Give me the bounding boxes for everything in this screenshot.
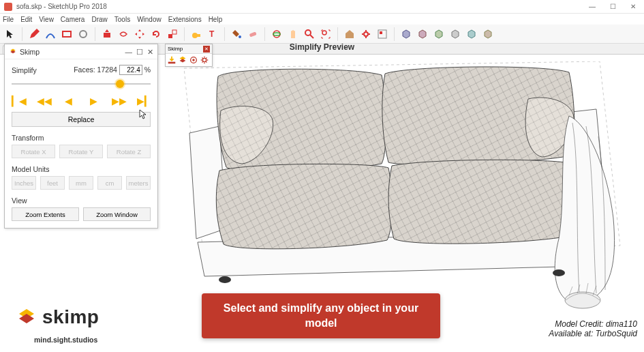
solid-tool5-button[interactable] [464, 27, 479, 42]
menu-bar: File Edit View Camera Draw Tools Window … [0, 14, 644, 25]
text-icon: T [207, 29, 218, 40]
layout-icon [377, 29, 388, 40]
arc-tool-button[interactable] [43, 27, 58, 42]
skimp-mini-toolbar: Skimp ✕ [165, 44, 213, 67]
solid-tool3-button[interactable] [431, 27, 446, 42]
stats-icon[interactable] [189, 55, 198, 65]
svg-point-11 [273, 31, 280, 38]
warehouse-icon [344, 29, 355, 40]
step-forward-button[interactable]: ▶ [87, 96, 100, 106]
zoom-icon [304, 29, 315, 40]
rotate-z-button: Rotate Z [107, 145, 151, 158]
scale-tool-button[interactable] [165, 27, 180, 42]
eraser-icon [247, 29, 258, 40]
menu-help[interactable]: Help [209, 16, 223, 23]
step-back-button[interactable]: ◀ [62, 96, 76, 106]
main-toolbar: T [0, 25, 644, 44]
scale-icon [167, 29, 178, 40]
tape-tool-button[interactable] [189, 27, 204, 42]
zoom-tool-button[interactable] [302, 27, 317, 42]
step-ffwd-button[interactable]: ▶▶ [112, 96, 125, 106]
arc-icon [45, 29, 56, 40]
view-label: View [12, 196, 151, 205]
panel-maximize-button[interactable]: ☐ [136, 48, 143, 56]
pushpull-tool-button[interactable] [99, 27, 114, 42]
faces-label: Faces: [74, 65, 95, 74]
toolbar-separator [264, 27, 265, 41]
replace-button[interactable]: Replace [12, 112, 151, 127]
pan-tool-button[interactable] [286, 27, 301, 42]
sofa-wireframe-render [177, 61, 627, 321]
import-icon[interactable] [167, 55, 177, 65]
panel-close-button[interactable]: ✕ [147, 48, 153, 56]
simplify-icon[interactable] [178, 55, 187, 65]
solid-tool4-button[interactable] [448, 27, 463, 42]
skimp-panel: Skimp — ☐ ✕ Simplify Faces: 17284 % ▎◀ ◀… [4, 44, 158, 229]
menu-camera[interactable]: Camera [61, 16, 85, 23]
zoom-window-button[interactable]: Zoom Window [83, 207, 151, 221]
text-tool-button[interactable]: T [205, 27, 220, 42]
toolbar-separator [394, 27, 395, 41]
eraser-tool-button[interactable] [245, 27, 260, 42]
paint-tool-button[interactable] [229, 27, 244, 42]
toolbar-separator [337, 27, 338, 41]
cube-icon [482, 29, 493, 40]
svg-rect-4 [168, 34, 172, 38]
select-tool-button[interactable] [3, 27, 18, 42]
solid-tool6-button[interactable] [480, 27, 495, 42]
svg-rect-1 [63, 31, 71, 37]
percent-input[interactable] [119, 65, 142, 75]
menu-file[interactable]: File [3, 16, 14, 23]
svg-rect-18 [380, 31, 382, 34]
offset-tool-button[interactable] [116, 27, 131, 42]
step-first-button[interactable]: ▎◀ [12, 96, 25, 106]
pushpull-icon [102, 29, 112, 40]
gear-icon [361, 29, 371, 40]
offset-icon [118, 29, 129, 40]
move-tool-button[interactable] [132, 27, 147, 42]
window-maximize-button[interactable]: ☐ [604, 3, 621, 10]
paint-icon [231, 29, 242, 40]
panel-minimize-button[interactable]: — [125, 48, 133, 56]
zoom-extents-button[interactable]: Zoom Extents [12, 207, 79, 221]
arrow-icon [5, 29, 16, 40]
solid-tool2-button[interactable] [415, 27, 430, 42]
step-last-button[interactable]: ▶▎ [137, 96, 151, 106]
svg-point-19 [219, 276, 231, 283]
menu-edit[interactable]: Edit [20, 16, 32, 23]
menu-draw[interactable]: Draw [91, 16, 107, 23]
circle-tool-button[interactable] [76, 27, 91, 42]
rotate-y-button: Rotate Y [59, 145, 103, 158]
solid-tool1-button[interactable] [399, 27, 414, 42]
line-tool-button[interactable] [27, 27, 42, 42]
orbit-tool-button[interactable] [269, 27, 284, 42]
menu-extensions[interactable]: Extensions [168, 16, 202, 23]
menu-tools[interactable]: Tools [114, 16, 130, 23]
menu-window[interactable]: Window [137, 16, 162, 23]
shape-tool-button[interactable] [59, 27, 74, 42]
menu-view[interactable]: View [39, 16, 54, 23]
rotate-tool-button[interactable] [149, 27, 164, 42]
svg-line-14 [310, 35, 313, 38]
toolbar-separator [184, 27, 185, 41]
skimp-panel-titlebar[interactable]: Skimp — ☐ ✕ [5, 44, 157, 59]
step-rewind-button[interactable]: ◀◀ [37, 96, 50, 106]
unit-inches-button: Inches [12, 176, 36, 190]
settings-icon[interactable] [200, 55, 209, 65]
svg-rect-22 [168, 62, 176, 64]
window-minimize-button[interactable]: — [584, 3, 600, 10]
svg-rect-7 [196, 34, 200, 37]
svg-rect-5 [172, 30, 177, 34]
svg-point-16 [364, 32, 368, 36]
layout-button[interactable] [375, 27, 390, 42]
warehouse-button[interactable] [342, 27, 357, 42]
slider-thumb[interactable] [116, 80, 124, 88]
window-close-button[interactable]: ✕ [625, 3, 641, 10]
skimp-logo-icon [15, 306, 38, 329]
simplify-slider[interactable] [12, 79, 151, 89]
cube-icon [433, 29, 444, 40]
unit-feet-button: feet [40, 176, 65, 190]
mini-close-button[interactable]: ✕ [203, 46, 210, 53]
extension-warehouse-button[interactable] [358, 27, 373, 42]
zoom-extents-button[interactable] [318, 27, 333, 42]
